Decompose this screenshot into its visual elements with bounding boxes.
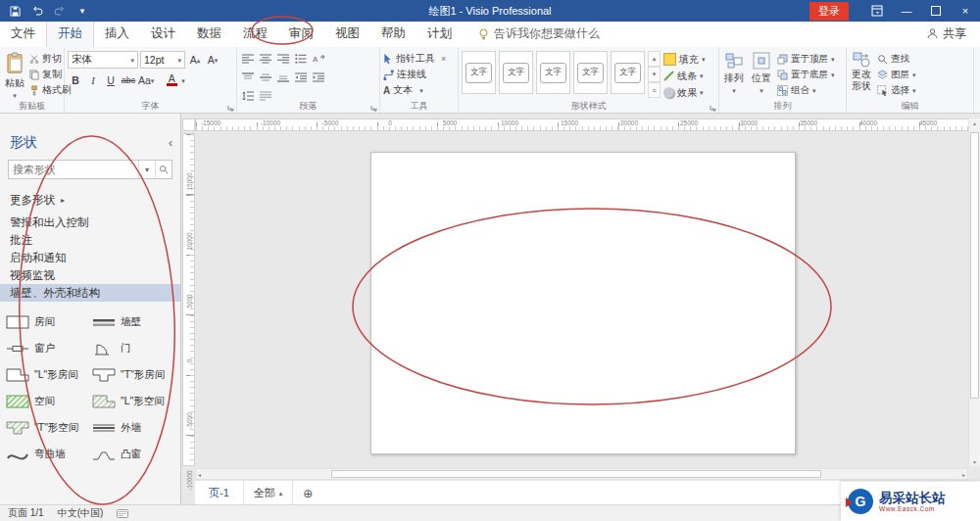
line-dropdown-icon: ▾	[700, 72, 704, 79]
bold-button[interactable]: B	[68, 72, 83, 88]
fill-button[interactable]: 填充 ▾	[663, 52, 706, 67]
select-button[interactable]: 选择 ▾	[877, 83, 916, 98]
shape-bay-window[interactable]: 凸窗	[92, 448, 178, 461]
bullets-icon[interactable]	[293, 51, 309, 67]
language-indicator[interactable]: 中文(中国)	[58, 506, 104, 520]
shape-room[interactable]: 房间	[6, 315, 92, 329]
add-page-icon[interactable]: ⊕	[293, 487, 322, 500]
page-info[interactable]: 页面 1/1	[8, 506, 44, 520]
maximize-button[interactable]	[921, 0, 951, 22]
tab-data[interactable]: 数据	[186, 22, 232, 47]
horizontal-scrollbar-thumb[interactable]	[331, 470, 821, 478]
shape-space[interactable]: 空间	[6, 395, 92, 408]
group-button[interactable]: 组合 ▾	[777, 83, 835, 98]
italic-button[interactable]: I	[85, 72, 101, 88]
shape-exterior-wall[interactable]: 外墙	[92, 421, 178, 435]
all-pages-button[interactable]: 全部 ▴	[244, 481, 294, 505]
gallery-up-icon[interactable]: ▴	[648, 51, 661, 67]
underline-button[interactable]: U	[103, 72, 119, 88]
search-dropdown-icon[interactable]: ▾	[138, 161, 155, 178]
shape-style-preset-1[interactable]: 文字	[462, 51, 496, 94]
grow-font-button[interactable]: A▴	[187, 52, 203, 68]
shape-t-room[interactable]: "T"形房间	[92, 368, 178, 382]
shape-l-room[interactable]: "L"形房间	[6, 368, 92, 382]
shape-window[interactable]: 窗户	[6, 342, 92, 355]
shape-search-input[interactable]	[9, 164, 138, 175]
text-tool-button[interactable]: A 文本 ▾	[383, 82, 455, 98]
bring-to-front-button[interactable]: 置于顶层 ▾	[777, 52, 835, 67]
align-top-icon[interactable]	[240, 70, 256, 85]
search-icon[interactable]	[155, 161, 172, 178]
text-direction-icon[interactable]: A	[311, 51, 326, 67]
shape-style-preset-2[interactable]: 文字	[499, 51, 533, 94]
font-color-button[interactable]: A	[164, 72, 179, 88]
page-tab-1[interactable]: 页-1	[195, 481, 244, 505]
shape-style-preset-3[interactable]: 文字	[536, 51, 570, 94]
tab-review[interactable]: 审阅	[278, 22, 324, 47]
tab-process[interactable]: 流程	[232, 22, 278, 47]
shrink-font-button[interactable]: A▾	[205, 52, 220, 68]
stencil-initiation-annunciation[interactable]: 启动和通知	[0, 249, 180, 266]
align-bottom-icon[interactable]	[275, 70, 291, 85]
font-family-select[interactable]: 宋体 ▾	[68, 51, 138, 69]
connector-tool-button[interactable]: 连接线	[383, 67, 455, 82]
stencil-walls-shell-structure[interactable]: 墙壁、外壳和结构	[0, 284, 180, 302]
align-center-icon[interactable]	[258, 51, 273, 67]
send-to-back-button[interactable]: 置于底层 ▾	[777, 68, 835, 82]
line-button[interactable]: 线条 ▾	[663, 69, 706, 83]
find-button[interactable]: 查找	[877, 52, 916, 67]
effects-button[interactable]: 效果 ▾	[663, 85, 706, 100]
vertical-scrollbar[interactable]: ▴ ▾	[968, 118, 980, 466]
gallery-more-icon[interactable]: ≡	[648, 82, 661, 98]
vertical-scrollbar-thumb[interactable]	[970, 132, 979, 399]
font-size-select[interactable]: 12pt ▾	[140, 51, 185, 69]
horizontal-scrollbar[interactable]: ◂ ▸	[195, 468, 968, 480]
more-shapes-button[interactable]: 更多形状 ▸	[0, 185, 180, 213]
close-button[interactable]: ×	[951, 0, 980, 22]
collapse-panel-icon[interactable]: ‹	[169, 136, 172, 150]
shape-t-space[interactable]: "T"形空间	[6, 421, 92, 435]
tab-plan[interactable]: 计划	[416, 22, 463, 47]
share-button[interactable]: 共享	[927, 25, 966, 47]
tab-help[interactable]: 帮助	[370, 22, 416, 47]
ribbon-display-options-icon[interactable]	[862, 0, 892, 22]
qat-customize-icon[interactable]: ▾	[75, 3, 89, 19]
connection-point-tool-icon[interactable]: ×	[441, 54, 446, 64]
tell-me-box[interactable]: 告诉我你想要做什么	[478, 25, 600, 47]
paste-button[interactable]: 粘贴 ▾	[3, 51, 26, 100]
shape-curved-wall[interactable]: 弯曲墙	[6, 448, 92, 461]
pointer-tool-button[interactable]: 指针工具 ×	[383, 51, 455, 67]
arrange-button[interactable]: 排列 ▾	[722, 51, 746, 100]
undo-icon[interactable]	[30, 3, 44, 19]
change-shape-button[interactable]: 更改 形状	[850, 51, 873, 100]
align-right-icon[interactable]	[275, 51, 291, 67]
strikethrough-button[interactable]: abc	[121, 72, 136, 88]
drawing-page[interactable]	[370, 152, 796, 454]
decrease-indent-icon[interactable]	[293, 70, 309, 85]
layers-button[interactable]: 图层 ▾	[877, 68, 916, 82]
align-left-icon[interactable]	[240, 51, 256, 67]
tab-file[interactable]: 文件	[0, 22, 46, 47]
tab-view[interactable]: 视图	[324, 22, 370, 47]
sign-in-button[interactable]: 登录	[809, 2, 849, 21]
tab-insert[interactable]: 插入	[94, 22, 140, 47]
vertical-ruler: 15000 10000 5000 0 -5000 -10000	[182, 133, 195, 466]
align-middle-icon[interactable]	[258, 70, 273, 85]
position-button[interactable]: 位置 ▾	[750, 51, 773, 100]
stencil-alarm-access-control[interactable]: 警报和出入控制	[0, 213, 180, 231]
shape-door[interactable]: 门	[92, 342, 178, 355]
increase-indent-icon[interactable]	[311, 70, 326, 85]
stencil-annotations[interactable]: 批注	[0, 231, 180, 249]
redo-icon[interactable]	[53, 3, 67, 19]
shape-l-space[interactable]: "L"形空间	[92, 395, 178, 408]
change-case-button[interactable]: Aa▾	[138, 72, 154, 88]
shape-wall[interactable]: 墙壁	[92, 315, 178, 329]
stencil-video-surveillance[interactable]: 视频监视	[0, 266, 180, 284]
save-icon[interactable]	[8, 3, 22, 19]
tab-design[interactable]: 设计	[140, 22, 186, 47]
tab-home[interactable]: 开始	[46, 21, 94, 47]
shape-style-preset-4[interactable]: 文字	[573, 51, 608, 94]
minimize-button[interactable]: —	[892, 0, 921, 22]
shape-style-preset-5[interactable]: 文字	[611, 51, 645, 94]
gallery-down-icon[interactable]: ▾	[648, 67, 661, 82]
